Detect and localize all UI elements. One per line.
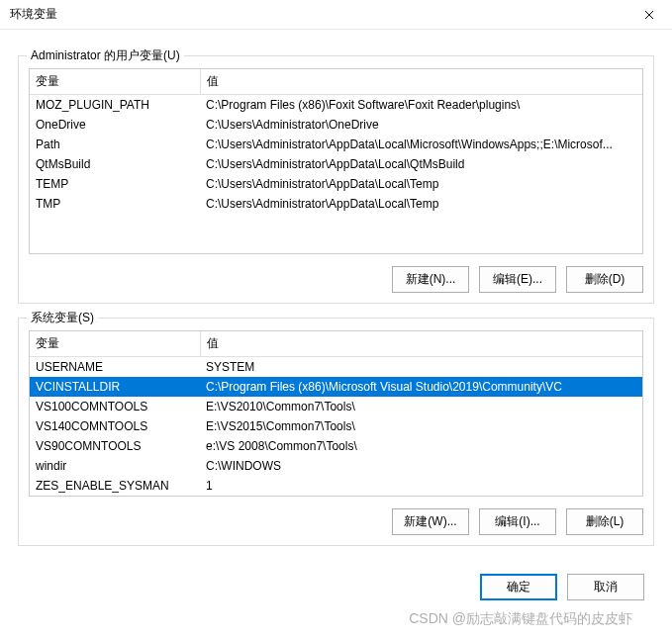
table-row[interactable]: QtMsBuildC:\Users\Administrator\AppData\… [30,154,642,174]
system-new-button[interactable]: 新建(W)... [392,508,469,535]
table-row[interactable]: OneDriveC:\Users\Administrator\OneDrive [30,115,642,135]
table-row[interactable]: VCINSTALLDIRC:\Program Files (x86)\Micro… [30,377,642,397]
table-row[interactable]: TMPC:\Users\Administrator\AppData\Local\… [30,194,642,214]
table-row[interactable]: USERNAMESYSTEM [30,357,642,378]
system-delete-button[interactable]: 删除(L) [566,508,643,535]
ok-button[interactable]: 确定 [480,574,557,600]
system-button-row: 新建(W)... 编辑(I)... 删除(L) [29,508,643,535]
user-edit-button[interactable]: 编辑(E)... [479,266,556,293]
table-row [30,233,642,253]
table-row[interactable]: TEMPC:\Users\Administrator\AppData\Local… [30,174,642,194]
user-new-button[interactable]: 新建(N)... [392,266,469,293]
system-variables-group: 系统变量(S) 变量 值 USERNAMESYSTEM VCINSTALLDIR… [18,318,654,546]
table-row[interactable]: VS100COMNTOOLSE:\VS2010\Common7\Tools\ [30,397,642,416]
user-col-header-value[interactable]: 值 [200,69,642,95]
titlebar: 环境变量 [0,0,672,30]
system-col-header-name[interactable]: 变量 [30,331,200,357]
system-variables-table-wrap: 变量 值 USERNAMESYSTEM VCINSTALLDIRC:\Progr… [29,330,643,497]
close-button[interactable] [634,5,664,25]
user-variables-table[interactable]: 变量 值 MOZ_PLUGIN_PATHC:\Program Files (x8… [30,69,642,253]
system-variables-table[interactable]: 变量 值 USERNAMESYSTEM VCINSTALLDIRC:\Progr… [30,331,642,496]
system-col-header-value[interactable]: 值 [200,331,642,357]
table-row[interactable]: ZES_ENABLE_SYSMAN1 [30,476,642,496]
table-row[interactable]: VS140COMNTOOLSE:\VS2015\Common7\Tools\ [30,416,642,436]
table-row[interactable]: PathC:\Users\Administrator\AppData\Local… [30,135,642,154]
table-row[interactable]: windirC:\WINDOWS [30,456,642,476]
cancel-button[interactable]: 取消 [567,574,644,600]
watermark: CSDN @励志敲满键盘代码的皮皮虾 [409,610,632,628]
user-col-header-name[interactable]: 变量 [30,69,200,95]
user-delete-button[interactable]: 删除(D) [566,266,643,293]
user-button-row: 新建(N)... 编辑(E)... 删除(D) [29,266,643,293]
user-variables-table-wrap: 变量 值 MOZ_PLUGIN_PATHC:\Program Files (x8… [29,68,643,254]
table-row[interactable]: VS90COMNTOOLSe:\VS 2008\Common7\Tools\ [30,436,642,456]
table-row[interactable]: MOZ_PLUGIN_PATHC:\Program Files (x86)\Fo… [30,95,642,116]
system-variables-label: 系统变量(S) [27,310,98,326]
window-title: 环境变量 [10,6,57,23]
system-edit-button[interactable]: 编辑(I)... [479,508,556,535]
table-row [30,214,642,233]
user-variables-group: Administrator 的用户变量(U) 变量 值 MOZ_PLUGIN_P… [18,55,654,304]
dialog-button-row: 确定 取消 [0,556,672,610]
user-variables-label: Administrator 的用户变量(U) [27,47,184,64]
close-icon [644,10,654,20]
